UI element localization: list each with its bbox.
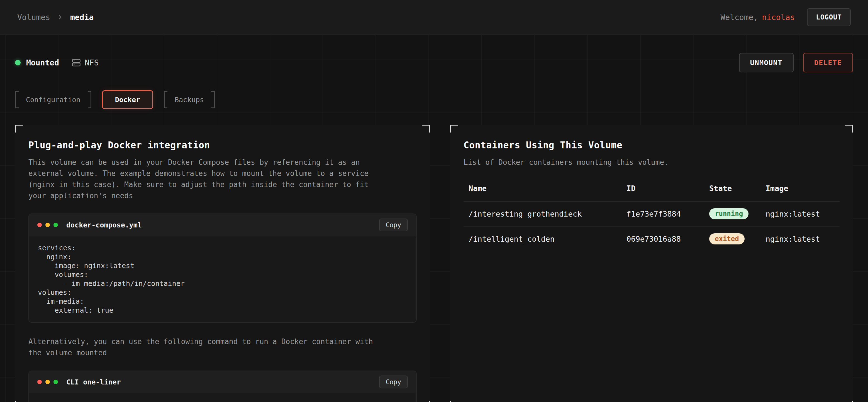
table-row: /intelligent_colden 069e73016a88 exited … — [464, 226, 840, 251]
tab-backups[interactable]: Backups — [164, 91, 215, 108]
mac-window-dots-icon — [37, 380, 58, 384]
mounted-status-label: Mounted — [26, 58, 59, 67]
username: nicolas — [762, 13, 795, 22]
top-bar: Volumes media Welcome,nicolas LOGOUT — [0, 0, 868, 35]
corner-bracket-bottom-left — [15, 401, 23, 402]
containers-table: Name ID State Image /interesting_grothen… — [464, 184, 840, 251]
cli-code-card: CLI one-liner Copy docker run -v im-medi… — [28, 371, 417, 402]
mac-window-dots-icon — [37, 223, 58, 227]
corner-bracket-top-left — [15, 125, 23, 133]
compose-filename: docker-compose.yml — [66, 221, 142, 229]
welcome-text: Welcome,nicolas — [720, 13, 795, 22]
unmount-button[interactable]: UNMOUNT — [739, 53, 794, 72]
corner-bracket-top-right — [422, 125, 430, 133]
volume-status-row: Mounted NFS UNMOUNT DELETE — [15, 53, 853, 72]
mounted-status-dot-icon — [15, 60, 21, 65]
tab-bar: Configuration Docker Backups — [15, 90, 853, 109]
window-dot-green-icon — [54, 223, 58, 227]
logout-button[interactable]: LOGOUT — [807, 8, 851, 26]
containers-panel-title: Containers Using This Volume — [464, 140, 840, 150]
breadcrumb-current: media — [70, 13, 94, 22]
tab-docker-label: Docker — [115, 96, 140, 104]
column-header-id: ID — [621, 184, 704, 201]
tab-configuration-label: Configuration — [19, 91, 88, 108]
chevron-right-icon — [57, 14, 63, 21]
docker-panel-title: Plug-and-play Docker integration — [28, 140, 417, 150]
tab-docker[interactable]: Docker — [102, 90, 153, 109]
container-state-cell: exited — [704, 226, 761, 251]
window-dot-yellow-icon — [45, 223, 50, 227]
window-dot-yellow-icon — [45, 380, 50, 384]
column-header-state: State — [704, 184, 761, 201]
bracket-right-icon — [88, 91, 91, 108]
status-badge: exited — [709, 233, 745, 244]
corner-bracket-bottom-right — [845, 401, 853, 402]
delete-button[interactable]: DELETE — [803, 53, 853, 72]
container-image-cell: nginx:latest — [761, 201, 840, 226]
cli-code: docker run -v im-media:/path/in/containe… — [29, 393, 416, 402]
docker-integration-panel: Plug-and-play Docker integration This vo… — [15, 125, 430, 402]
cli-intro-text: Alternatively, you can use the following… — [28, 336, 388, 358]
volume-type: NFS — [72, 58, 99, 67]
main-content: Mounted NFS UNMOUNT DELETE Configuration… — [0, 53, 868, 402]
container-image-cell: nginx:latest — [761, 226, 840, 251]
corner-bracket-top-left — [450, 125, 458, 133]
bracket-right-icon — [211, 91, 215, 108]
bracket-left-icon — [15, 91, 19, 108]
containers-panel-subtitle: List of Docker containers mounting this … — [464, 157, 823, 168]
copy-compose-button[interactable]: Copy — [379, 219, 408, 231]
docker-panel-description: This volume can be used in your Docker C… — [28, 157, 388, 201]
table-row: /interesting_grothendieck f1e73e7f3884 r… — [464, 201, 840, 226]
panels-row: Plug-and-play Docker integration This vo… — [15, 125, 853, 402]
top-bar-right: Welcome,nicolas LOGOUT — [720, 8, 851, 26]
compose-code-card: docker-compose.yml Copy services: nginx:… — [28, 213, 417, 323]
server-icon — [72, 58, 81, 67]
container-state-cell: running — [704, 201, 761, 226]
breadcrumb: Volumes media — [17, 13, 94, 22]
corner-bracket-bottom-left — [450, 401, 458, 402]
bracket-left-icon — [164, 91, 167, 108]
compose-code-header: docker-compose.yml Copy — [29, 214, 416, 236]
tab-configuration[interactable]: Configuration — [15, 91, 91, 108]
cli-filename: CLI one-liner — [66, 378, 121, 386]
container-name-cell: /intelligent_colden — [464, 226, 621, 251]
column-header-image: Image — [761, 184, 840, 201]
status-badge: running — [709, 208, 748, 220]
cli-code-header: CLI one-liner Copy — [29, 371, 416, 393]
table-header-row: Name ID State Image — [464, 184, 840, 201]
window-dot-green-icon — [54, 380, 58, 384]
breadcrumb-volumes[interactable]: Volumes — [17, 13, 50, 22]
column-header-name: Name — [464, 184, 621, 201]
nfs-label: NFS — [85, 58, 99, 67]
container-name-cell: /interesting_grothendieck — [464, 201, 621, 226]
tab-backups-label: Backups — [167, 91, 211, 108]
compose-code: services: nginx: image: nginx:latest vol… — [29, 236, 416, 322]
welcome-prefix: Welcome, — [720, 13, 758, 22]
copy-cli-button[interactable]: Copy — [379, 375, 408, 388]
containers-panel: Containers Using This Volume List of Doc… — [450, 125, 853, 402]
corner-bracket-top-right — [845, 125, 853, 133]
volume-status: Mounted NFS — [15, 58, 99, 67]
corner-bracket-bottom-right — [422, 401, 430, 402]
volume-actions: UNMOUNT DELETE — [739, 53, 853, 72]
container-id-cell: 069e73016a88 — [621, 226, 704, 251]
window-dot-red-icon — [37, 380, 42, 384]
window-dot-red-icon — [37, 223, 42, 227]
container-id-cell: f1e73e7f3884 — [621, 201, 704, 226]
